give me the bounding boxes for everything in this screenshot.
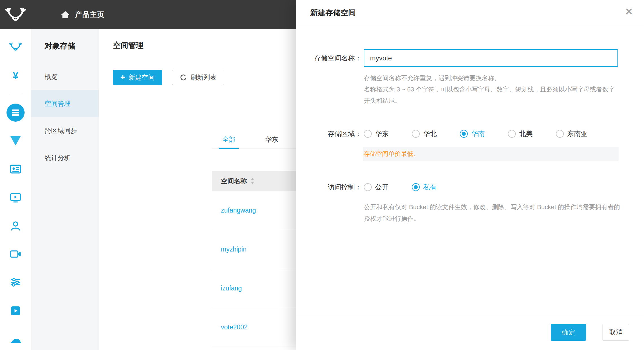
- refresh-list-button[interactable]: 刷新列表: [172, 70, 224, 85]
- access-label: 访问控制：: [296, 181, 362, 193]
- radio-icon: [508, 130, 516, 138]
- region-option-huabei[interactable]: 华北: [412, 129, 437, 138]
- rail-item-finance[interactable]: ¥: [0, 67, 31, 85]
- yen-icon: ¥: [13, 70, 18, 82]
- sidebar-item-cross-region-sync[interactable]: 跨区域同步: [31, 117, 99, 144]
- create-space-label: 新建空间: [129, 73, 155, 82]
- bucket-name-input[interactable]: [364, 49, 618, 67]
- storage-grid-icon: [11, 108, 20, 117]
- active-service-circle: [6, 104, 25, 122]
- drawer-title: 新建存储空间: [296, 0, 644, 27]
- region-option-label: 华北: [423, 129, 437, 138]
- region-option-label: 华南: [471, 129, 485, 138]
- radio-icon: [364, 183, 372, 191]
- rail-item-player[interactable]: [0, 301, 31, 320]
- tab-huadong[interactable]: 华东: [262, 132, 282, 148]
- plus-icon: +: [120, 73, 125, 81]
- bucket-name-help-line2: 名称格式为 3 ~ 63 个字符，可以包含小写字母、数字、短划线，且必须以小写字…: [364, 84, 619, 106]
- play-box-icon: [10, 305, 21, 317]
- sidebar-item-statistics[interactable]: 统计分析: [31, 144, 99, 171]
- tv-icon: [9, 191, 22, 204]
- sidebar-title: 对象存储: [31, 29, 99, 63]
- radio-icon: [412, 130, 420, 138]
- tab-all[interactable]: 全部: [219, 132, 239, 148]
- bucket-name-label: 存储空间名称：: [296, 53, 362, 64]
- column-space-name: 空间名称: [221, 177, 247, 185]
- bucket-link[interactable]: zufangwang: [221, 207, 256, 214]
- radio-icon: [364, 130, 372, 138]
- rail-item-sms[interactable]: [0, 160, 31, 178]
- access-help: 公开和私有仅对 Bucket 的读文件生效，修改、删除、写入等对 Bucket …: [364, 201, 624, 224]
- region-option-label: 华东: [375, 129, 389, 138]
- rail-divider: [9, 94, 22, 94]
- bucket-link[interactable]: izufang: [221, 285, 242, 292]
- cloud-icon: ☁: [10, 332, 21, 346]
- rail-item-cloud[interactable]: ☁: [0, 329, 31, 348]
- region-option-dongnanya[interactable]: 东南亚: [556, 129, 588, 138]
- bucket-link[interactable]: myzhipin: [221, 246, 247, 253]
- region-option-label: 北美: [519, 129, 533, 138]
- bucket-name-help-line1: 存储空间名称不允许重复，遇到冲突请更换名称。: [364, 73, 619, 84]
- radio-icon-selected: [412, 183, 420, 191]
- access-options: 公开 私有: [364, 181, 460, 193]
- region-options: 华东 华北 华南 北美 东南亚: [364, 128, 611, 139]
- region-price-note: 存储空间单价最低。: [363, 147, 619, 161]
- rail-item-object-storage-active[interactable]: [0, 103, 31, 122]
- access-option-label: 私有: [423, 183, 437, 192]
- refresh-list-label: 刷新列表: [191, 73, 217, 82]
- refresh-icon: [180, 74, 187, 81]
- rail-item-avatar-service[interactable]: [0, 216, 31, 235]
- rail-item-pipeline[interactable]: [0, 273, 31, 292]
- region-label: 存储区域：: [296, 128, 362, 139]
- service-icon-rail: ¥: [0, 29, 31, 350]
- region-option-huanan[interactable]: 华南: [460, 129, 485, 138]
- rail-item-video[interactable]: [0, 245, 31, 263]
- create-bucket-drawer: 新建存储空间 × 存储空间名称： 存储空间名称不允许重复，遇到冲突请更换名称。 …: [296, 0, 644, 350]
- radio-icon: [556, 130, 564, 138]
- create-space-button[interactable]: + 新建空间: [113, 70, 162, 85]
- fusion-triangle-icon: [9, 135, 22, 146]
- access-option-label: 公开: [375, 183, 389, 192]
- header-title[interactable]: 产品主页: [75, 10, 105, 19]
- id-card-icon: [9, 163, 22, 175]
- close-icon[interactable]: ×: [625, 2, 633, 20]
- sliders-icon: [9, 276, 22, 288]
- video-camera-icon: [9, 248, 22, 260]
- bucket-name-help: 存储空间名称不允许重复，遇到冲突请更换名称。 名称格式为 3 ~ 63 个字符，…: [364, 73, 619, 106]
- sort-icon[interactable]: [250, 177, 255, 185]
- sidebar-item-space-management[interactable]: 空间管理: [31, 90, 99, 117]
- bucket-link[interactable]: vote2002: [221, 323, 248, 331]
- rail-item-fusion-cdn[interactable]: [0, 132, 31, 150]
- brand-logo[interactable]: [0, 6, 31, 23]
- rail-item-ox-service[interactable]: [0, 38, 31, 56]
- access-option-private[interactable]: 私有: [412, 183, 437, 192]
- region-option-label: 东南亚: [567, 129, 588, 138]
- drawer-footer: 确定 取消: [296, 314, 644, 350]
- radio-icon-selected: [460, 130, 468, 138]
- region-option-huadong[interactable]: 华东: [364, 129, 389, 138]
- access-option-public[interactable]: 公开: [364, 183, 389, 192]
- rail-item-media[interactable]: [0, 188, 31, 207]
- ox-logo-icon: [5, 6, 27, 23]
- region-option-beimei[interactable]: 北美: [508, 129, 533, 138]
- object-storage-sidebar: 对象存储 概览 空间管理 跨区域同步 统计分析: [31, 29, 99, 350]
- confirm-button[interactable]: 确定: [551, 324, 586, 341]
- ox-mini-icon: [9, 41, 22, 52]
- home-icon[interactable]: [60, 10, 70, 19]
- sidebar-item-overview[interactable]: 概览: [31, 63, 99, 90]
- person-icon: [9, 220, 22, 232]
- cancel-button[interactable]: 取消: [602, 324, 629, 341]
